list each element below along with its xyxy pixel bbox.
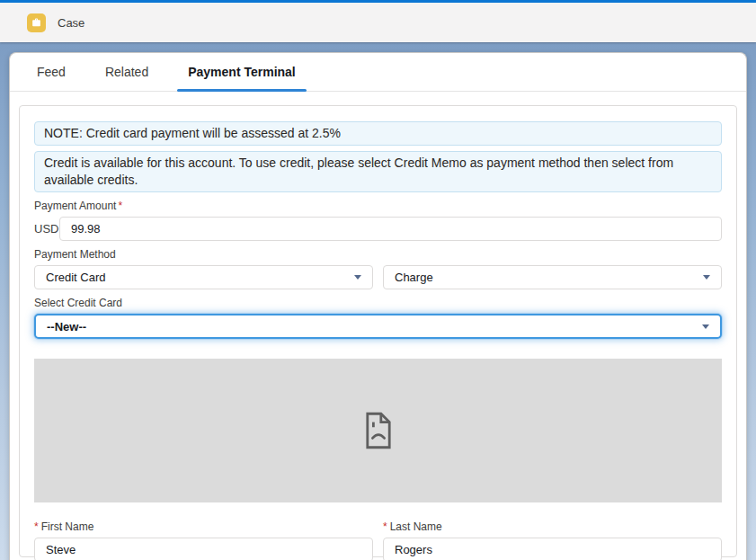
note-banner: NOTE: Credit card payment will be assess… (34, 121, 722, 146)
tab-payment-terminal[interactable]: Payment Terminal (177, 65, 307, 91)
charge-action-select[interactable]: Charge (383, 265, 722, 289)
select-credit-card-label: Select Credit Card (34, 297, 722, 309)
first-name-field: *First Name (34, 513, 373, 560)
card-frame-placeholder (34, 359, 722, 502)
required-marker: * (34, 520, 39, 533)
global-header: Case (0, 3, 756, 42)
chevron-down-icon (703, 275, 710, 280)
currency-code: USD (34, 222, 59, 236)
last-name-label-text: Last Name (390, 520, 442, 533)
payment-method-select[interactable]: Credit Card (34, 265, 373, 289)
required-marker: * (118, 200, 122, 212)
select-credit-card-value: --New-- (47, 320, 86, 333)
chevron-down-icon (354, 275, 361, 280)
first-name-label: *First Name (34, 520, 373, 533)
last-name-field: *Last Name (383, 513, 722, 560)
tab-related[interactable]: Related (94, 65, 159, 91)
first-name-label-text: First Name (41, 520, 94, 533)
payment-amount-label-text: Payment Amount (34, 200, 116, 212)
case-icon[interactable] (27, 13, 46, 32)
charge-action-value: Charge (395, 271, 433, 284)
name-fields-row: *First Name *Last Name (34, 513, 722, 560)
last-name-label: *Last Name (383, 520, 722, 533)
credit-available-banner: Credit is available for this account. To… (34, 151, 722, 192)
payment-method-value: Credit Card (46, 271, 105, 284)
briefcase-icon (31, 17, 42, 29)
record-card: Feed Related Payment Terminal NOTE: Cred… (9, 52, 747, 560)
payment-amount-row: USD (34, 217, 722, 241)
payment-amount-label: Payment Amount* (34, 200, 722, 212)
brand-top-line (0, 0, 756, 3)
payment-amount-input[interactable] (59, 217, 722, 241)
first-name-input[interactable] (34, 538, 373, 560)
entity-label: Case (58, 16, 84, 30)
required-marker: * (383, 520, 387, 533)
chevron-down-icon (702, 324, 709, 329)
last-name-input[interactable] (383, 538, 722, 560)
tab-bar: Feed Related Payment Terminal (10, 53, 746, 92)
payment-terminal-panel: NOTE: Credit card payment will be assess… (19, 105, 737, 557)
payment-method-row: Credit Card Charge (34, 265, 722, 289)
tab-feed[interactable]: Feed (26, 65, 76, 91)
payment-method-label: Payment Method (34, 248, 722, 261)
broken-image-icon (365, 412, 392, 449)
select-credit-card-select[interactable]: --New-- (34, 314, 722, 339)
